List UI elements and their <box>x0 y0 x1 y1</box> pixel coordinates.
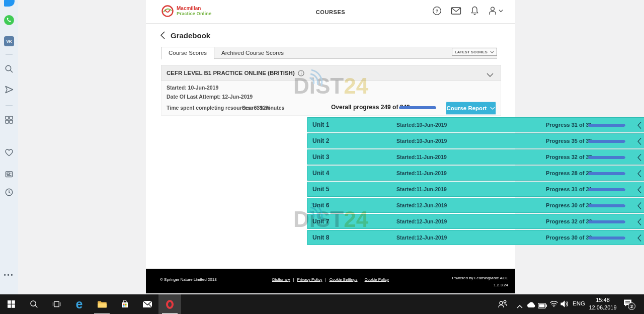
unit-started: Started:11-Jun-2019 <box>396 170 447 176</box>
course-score: Score: 92% <box>242 105 271 111</box>
help-icon[interactable]: ? <box>432 6 442 16</box>
taskbar-search-icon[interactable] <box>23 294 45 314</box>
site-header: Macmillan Practice Online COURSES ? <box>146 0 515 24</box>
unit-row[interactable]: Unit 2 Started:10-Jun-2019 Progress 35 o… <box>307 133 644 148</box>
unit-label: Unit 3 <box>312 153 329 161</box>
battery-icon[interactable] <box>538 301 547 310</box>
wifi-icon[interactable] <box>549 300 558 309</box>
mail-app-icon[interactable] <box>136 294 158 314</box>
notifications-bell-icon[interactable] <box>470 6 479 16</box>
tabstrip: Course Scores Archived Course Scores LAT… <box>161 47 497 59</box>
unit-progress-label: Progress 30 of 30 <box>546 202 592 208</box>
expand-chevron-icon[interactable] <box>637 218 642 228</box>
unit-progress-bar-fill <box>588 220 625 223</box>
footer-link[interactable]: Cookie Policy <box>365 277 389 282</box>
unit-progress-label: Progress 31 of 31 <box>546 122 592 128</box>
unit-progress-bar <box>588 220 625 223</box>
edge-browser-icon[interactable]: e <box>68 294 91 314</box>
version: 1.2.3.24 <box>452 282 508 289</box>
unit-label: Unit 2 <box>312 137 329 144</box>
chevron-down-icon <box>490 50 494 54</box>
volume-icon[interactable] <box>560 300 569 309</box>
bookmarks-heart-icon[interactable] <box>0 148 18 157</box>
info-icon[interactable] <box>298 70 304 76</box>
expand-chevron-icon[interactable] <box>637 153 642 164</box>
svg-text:?: ? <box>435 8 438 14</box>
unit-row[interactable]: Unit 4 Started:11-Jun-2019 Progress 28 o… <box>307 166 644 181</box>
opera-browser-icon[interactable] <box>158 294 181 314</box>
course-last-attempt: Date Of Last Attempt: 12-Jun-2019 <box>167 94 253 100</box>
unit-progress-bar-fill <box>588 188 625 191</box>
expand-chevron-icon[interactable] <box>637 137 642 147</box>
footer-link[interactable]: Dictionary <box>272 277 290 282</box>
file-explorer-icon[interactable] <box>91 294 113 314</box>
unit-progress-bar <box>588 124 625 127</box>
tray-expand-chevron-icon[interactable] <box>517 302 523 311</box>
sidebar-more-icon[interactable]: ••• <box>0 272 18 278</box>
course-report-label: Course Report <box>447 105 487 111</box>
sort-scores-dropdown[interactable]: LATEST SCORES <box>452 48 497 56</box>
expand-chevron-icon[interactable] <box>637 186 642 196</box>
unit-progress-bar-fill <box>588 204 625 207</box>
whatsapp-icon[interactable] <box>0 15 18 25</box>
unit-progress-bar-fill <box>588 172 625 175</box>
expand-chevron-icon[interactable] <box>637 234 642 244</box>
powered-by: Powered by LearningMate ACE <box>452 275 508 282</box>
microsoft-store-icon[interactable] <box>113 294 136 314</box>
course-report-button[interactable]: Course Report <box>446 102 496 115</box>
user-icon <box>488 6 497 16</box>
send-flow-icon[interactable] <box>0 85 18 94</box>
unit-row[interactable]: Unit 5 Started:11-Jun-2019 Progress 31 o… <box>307 182 644 197</box>
onedrive-cloud-icon[interactable] <box>526 301 536 310</box>
unit-label: Unit 1 <box>312 121 329 128</box>
chevron-down-icon <box>490 106 495 110</box>
unit-progress-bar <box>588 188 625 191</box>
unit-started: Started:10-Jun-2019 <box>396 122 447 128</box>
unit-row[interactable]: Unit 3 Started:11-Jun-2019 Progress 32 o… <box>307 149 644 165</box>
expand-chevron-icon[interactable] <box>637 121 642 131</box>
unit-row[interactable]: Unit 8 Started:12-Jun-2019 Progress 30 o… <box>307 230 644 245</box>
vk-icon[interactable]: VK <box>0 36 18 46</box>
search-icon[interactable] <box>0 64 18 73</box>
unit-row[interactable]: Unit 6 Started:12-Jun-2019 Progress 30 o… <box>307 198 644 213</box>
unit-progress-bar <box>588 172 625 175</box>
unit-progress-label: Progress 32 of 32 <box>546 218 592 224</box>
expand-chevron-icon[interactable] <box>637 170 642 180</box>
people-icon[interactable] <box>497 299 508 310</box>
course-panel: CEFR LEVEL B1 PRACTICE ONLINE (BRITISH) … <box>161 65 501 116</box>
unit-started: Started:11-Jun-2019 <box>396 186 447 192</box>
collapse-chevron-icon[interactable] <box>487 70 494 80</box>
unit-started: Started:12-Jun-2019 <box>396 218 447 224</box>
speed-dial-grid-icon[interactable] <box>0 115 18 124</box>
language-indicator[interactable]: ENG <box>573 300 585 306</box>
task-view-icon[interactable] <box>45 294 68 314</box>
time: 15:48 <box>586 296 620 304</box>
unit-started: Started:12-Jun-2019 <box>396 202 447 208</box>
unit-progress-bar <box>588 204 625 207</box>
footer-link-separator: | <box>293 277 294 282</box>
account-menu[interactable] <box>488 6 503 16</box>
action-center-icon[interactable]: 2 <box>623 299 632 309</box>
news-feed-icon[interactable] <box>0 170 18 179</box>
tab-course-scores[interactable]: Course Scores <box>161 47 214 59</box>
clock[interactable]: 15:48 12.06.2019 <box>586 296 620 311</box>
messenger-icon[interactable] <box>0 0 18 7</box>
sort-scores-label: LATEST SCORES <box>455 50 488 54</box>
unit-label: Unit 8 <box>312 234 329 241</box>
mail-icon[interactable] <box>451 7 461 15</box>
expand-chevron-icon[interactable] <box>637 202 642 212</box>
unit-row[interactable]: Unit 7 Started:12-Jun-2019 Progress 32 o… <box>307 214 644 229</box>
start-button[interactable] <box>0 294 23 314</box>
chevron-down-icon <box>499 9 503 13</box>
course-panel-header[interactable]: CEFR LEVEL B1 PRACTICE ONLINE (BRITISH) <box>161 65 501 81</box>
footer-link[interactable]: Privacy Policy <box>297 277 323 282</box>
footer-link[interactable]: Cookie Settings <box>329 277 357 282</box>
overall-progress-bar-fill <box>399 106 436 109</box>
tab-archived-course-scores[interactable]: Archived Course Scores <box>214 47 291 59</box>
history-clock-icon[interactable] <box>0 188 18 197</box>
unit-row[interactable]: Unit 1 Started:10-Jun-2019 Progress 31 o… <box>307 117 644 132</box>
back-chevron-icon[interactable] <box>160 31 166 40</box>
course-details: Started: 10-Jun-2019 Date Of Last Attemp… <box>161 81 501 116</box>
unit-progress-label: Progress 31 of 31 <box>546 186 592 192</box>
page-title: Gradebook <box>171 31 210 40</box>
